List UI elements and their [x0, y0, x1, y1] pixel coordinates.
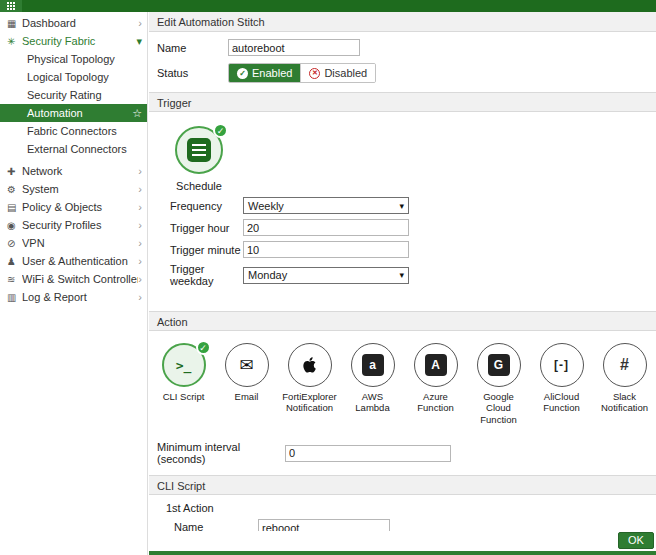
chevron-right-icon: ›: [138, 291, 142, 303]
sidebar-item-physical-topology[interactable]: Physical Topology: [0, 50, 147, 68]
sidebar-item-security-rating[interactable]: Security Rating: [0, 86, 147, 104]
azure-icon: A: [425, 354, 447, 376]
trigger-section-header: Trigger: [149, 92, 656, 112]
policy-objects-icon: ▤: [7, 202, 22, 213]
disabled-label: Disabled: [324, 67, 367, 79]
sidebar-item-label: User & Authentication: [22, 255, 138, 267]
status-label: Status: [157, 67, 228, 79]
chevron-right-icon: ›: [138, 183, 142, 195]
sidebar-item-label: Network: [22, 165, 138, 177]
action-option-email[interactable]: ✉ Email: [218, 343, 275, 425]
star-icon[interactable]: ☆: [132, 107, 142, 120]
sidebar-nav: ▦ Dashboard › ✳ Security Fabric ▾ Physic…: [0, 12, 148, 555]
sidebar-item-dashboard[interactable]: ▦ Dashboard ›: [0, 14, 147, 32]
sidebar-item-fabric-connectors[interactable]: Fabric Connectors: [0, 122, 147, 140]
action-option-azure-function[interactable]: A Azure Function: [407, 343, 464, 425]
sidebar-item-label: Dashboard: [22, 17, 138, 29]
sidebar-item-label: Logical Topology: [27, 71, 142, 83]
sidebar-item-user-authentication[interactable]: ♟ User & Authentication ›: [0, 252, 147, 270]
min-interval-label: Minimum interval (seconds): [157, 441, 285, 465]
user-icon: ♟: [7, 256, 22, 267]
sidebar-item-external-connectors[interactable]: External Connectors: [0, 140, 147, 158]
sidebar-item-network[interactable]: ✚ Network ›: [0, 162, 147, 180]
trigger-minute-input[interactable]: [243, 241, 409, 258]
chevron-right-icon: ›: [138, 255, 142, 267]
chart-icon: ▥: [7, 292, 22, 303]
sidebar-item-label: Security Profiles: [22, 219, 138, 231]
trigger-hour-input[interactable]: [243, 219, 409, 236]
sidebar-item-label: Fabric Connectors: [27, 125, 142, 137]
page-title: Edit Automation Stitch: [149, 12, 656, 32]
action-options: >_ ✓ CLI Script ✉ Email FortiExplorer No…: [155, 343, 656, 425]
status-enabled-button[interactable]: ✓ Enabled: [229, 64, 300, 82]
action-option-aws-lambda[interactable]: a AWS Lambda: [344, 343, 401, 425]
action-option-slack-notification[interactable]: # Slack Notification: [596, 343, 653, 425]
sidebar-item-label: System: [22, 183, 138, 195]
chevron-down-icon: ▾: [399, 270, 404, 280]
trigger-option-schedule[interactable]: ✓ Schedule: [163, 126, 235, 192]
status-disabled-button[interactable]: ✕ Disabled: [300, 64, 375, 82]
selected-check-badge: ✓: [213, 123, 228, 138]
sidebar-item-automation[interactable]: Automation ☆: [0, 104, 147, 122]
action-option-alicloud-function[interactable]: [-] AliCloud Function: [533, 343, 590, 425]
frequency-select[interactable]: Weekly ▾: [243, 197, 409, 214]
status-toggle: ✓ Enabled ✕ Disabled: [228, 63, 376, 83]
schedule-icon: [187, 138, 211, 162]
check-circle-icon: ✓: [237, 68, 248, 79]
sidebar-item-logical-topology[interactable]: Logical Topology: [0, 68, 147, 86]
security-fabric-icon: ✳: [7, 36, 22, 47]
top-bar: [0, 0, 656, 12]
selected-check-badge: ✓: [196, 340, 211, 355]
apps-menu-button[interactable]: [0, 0, 22, 12]
sidebar-item-label: Security Rating: [27, 89, 142, 101]
min-interval-input[interactable]: [285, 445, 451, 462]
sidebar-item-label: Physical Topology: [27, 53, 142, 65]
sidebar-item-policy-objects[interactable]: ▤ Policy & Objects ›: [0, 198, 147, 216]
sidebar-item-label: Automation: [27, 107, 132, 119]
sidebar-item-system[interactable]: ⚙ System ›: [0, 180, 147, 198]
action-option-cli-script[interactable]: >_ ✓ CLI Script: [155, 343, 212, 425]
sidebar-item-log-report[interactable]: ▥ Log & Report ›: [0, 288, 147, 306]
sidebar-item-label: Log & Report: [22, 291, 138, 303]
trigger-hour-label: Trigger hour: [170, 222, 243, 234]
sidebar-item-wifi-switch-controller[interactable]: ≋ WiFi & Switch Controller ›: [0, 270, 147, 288]
action-option-google-cloud-function[interactable]: G Google Cloud Function: [470, 343, 527, 425]
cli-script-section-header: CLI Script: [149, 475, 656, 495]
slack-icon: #: [620, 356, 629, 374]
trigger-weekday-select[interactable]: Monday ▾: [243, 267, 409, 284]
action-option-fortiexplorer-notification[interactable]: FortiExplorer Notification: [281, 343, 338, 425]
chevron-right-icon: ›: [138, 237, 142, 249]
schedule-circle[interactable]: ✓: [175, 126, 223, 174]
sidebar-item-security-profiles[interactable]: ◉ Security Profiles ›: [0, 216, 147, 234]
apple-icon: [301, 356, 319, 374]
ok-button[interactable]: OK: [618, 532, 654, 549]
action-section-header: Action: [149, 311, 656, 331]
gear-icon: ⚙: [7, 184, 22, 195]
name-input[interactable]: [228, 39, 360, 56]
sidebar-item-label: External Connectors: [27, 143, 142, 155]
aws-icon: a: [362, 354, 384, 376]
shield-icon: ◉: [7, 220, 22, 231]
envelope-icon: ✉: [239, 355, 253, 376]
schedule-label: Schedule: [163, 180, 235, 192]
chevron-right-icon: ›: [138, 165, 142, 177]
sidebar-item-vpn[interactable]: ⊘ VPN ›: [0, 234, 147, 252]
first-action-label: 1st Action: [166, 502, 656, 514]
sidebar-item-label: Security Fabric: [22, 35, 136, 47]
sidebar-item-label: Policy & Objects: [22, 201, 138, 213]
trigger-weekday-label: Trigger weekday: [170, 263, 243, 287]
chevron-down-icon: ▾: [399, 201, 404, 211]
google-cloud-icon: G: [488, 354, 510, 376]
frequency-label: Frequency: [170, 200, 243, 212]
vpn-icon: ⊘: [7, 238, 22, 249]
apps-grid-icon: [7, 2, 15, 10]
sidebar-item-security-fabric[interactable]: ✳ Security Fabric ▾: [0, 32, 147, 50]
chevron-down-icon: ▾: [136, 35, 142, 48]
sidebar-item-label: WiFi & Switch Controller: [22, 273, 138, 285]
sidebar-item-label: VPN: [22, 237, 138, 249]
app-window: ▦ Dashboard › ✳ Security Fabric ▾ Physic…: [0, 0, 656, 555]
chevron-right-icon: ›: [138, 219, 142, 231]
name-label: Name: [157, 42, 228, 54]
trigger-minute-label: Trigger minute: [170, 244, 243, 256]
main-content: Edit Automation Stitch Name Status ✓ Ena…: [149, 12, 656, 555]
